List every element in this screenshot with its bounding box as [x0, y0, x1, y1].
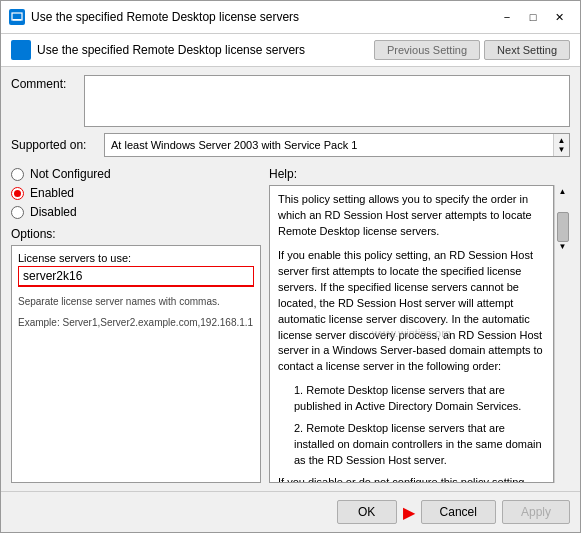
- svg-rect-0: [12, 13, 22, 20]
- supported-value: At least Windows Server 2003 with Servic…: [104, 133, 570, 157]
- help-panel: Help: This policy setting allows you to …: [269, 167, 570, 483]
- arrow-indicator: ▶: [403, 503, 415, 522]
- license-servers-section: License servers to use:: [18, 252, 254, 287]
- apply-button[interactable]: Apply: [502, 500, 570, 524]
- top-header-buttons: Previous Setting Next Setting: [374, 40, 570, 60]
- radio-disabled-circle[interactable]: [11, 206, 24, 219]
- license-servers-label: License servers to use:: [18, 252, 254, 264]
- help-para2: If you enable this policy setting, an RD…: [278, 248, 545, 376]
- supported-on-label: Supported on:: [11, 138, 96, 152]
- radio-disabled-label: Disabled: [30, 205, 77, 219]
- footer: OK ▶ Cancel Apply: [1, 491, 580, 532]
- comment-textarea[interactable]: [84, 75, 570, 127]
- radio-disabled[interactable]: Disabled: [11, 205, 261, 219]
- scroll-thumb[interactable]: [557, 212, 569, 242]
- help-point2: 2. Remote Desktop license servers that a…: [294, 421, 545, 469]
- scroll-down-icon: ▼: [559, 242, 567, 251]
- next-setting-button[interactable]: Next Setting: [484, 40, 570, 60]
- close-button[interactable]: ✕: [546, 7, 572, 27]
- scroll-down-arrow: ▼: [558, 145, 566, 154]
- help-box: This policy setting allows you to specif…: [269, 185, 554, 483]
- top-header: Use the specified Remote Desktop license…: [1, 34, 580, 67]
- comment-label: Comment:: [11, 75, 76, 91]
- help-para3: If you disable or do not configure this …: [278, 475, 545, 483]
- main-window: Use the specified Remote Desktop license…: [0, 0, 581, 533]
- top-header-title: Use the specified Remote Desktop license…: [37, 43, 305, 57]
- svg-rect-1: [13, 19, 21, 21]
- help-scrollbar[interactable]: ▲ ▼: [554, 185, 570, 483]
- radio-enabled[interactable]: Enabled: [11, 186, 261, 200]
- cancel-button[interactable]: Cancel: [421, 500, 496, 524]
- left-column: Not Configured Enabled Disabled: [11, 167, 261, 483]
- title-bar-text: Use the specified Remote Desktop license…: [31, 10, 488, 24]
- bottom-area: Not Configured Enabled Disabled: [11, 167, 570, 483]
- supported-scrollbar: ▲ ▼: [553, 134, 569, 156]
- supported-value-text: At least Windows Server 2003 with Servic…: [111, 139, 563, 151]
- radio-group: Not Configured Enabled Disabled: [11, 167, 261, 219]
- radio-enabled-circle[interactable]: [11, 187, 24, 200]
- separate-note: Separate license server names with comma…: [18, 295, 254, 308]
- radio-not-configured[interactable]: Not Configured: [11, 167, 261, 181]
- help-text: This policy setting allows you to specif…: [278, 192, 545, 483]
- previous-setting-button[interactable]: Previous Setting: [374, 40, 480, 60]
- radio-not-configured-circle[interactable]: [11, 168, 24, 181]
- license-input[interactable]: [18, 266, 254, 287]
- main-content: Comment: Supported on: At least Windows …: [1, 67, 580, 491]
- help-label: Help:: [269, 167, 570, 181]
- maximize-button[interactable]: □: [520, 7, 546, 27]
- top-header-left: Use the specified Remote Desktop license…: [11, 40, 305, 60]
- title-bar-icon: [9, 9, 25, 25]
- options-section: Options: License servers to use: Separat…: [11, 227, 261, 483]
- options-box: License servers to use: Separate license…: [11, 245, 261, 483]
- radio-not-configured-label: Not Configured: [30, 167, 111, 181]
- help-para1: This policy setting allows you to specif…: [278, 192, 545, 240]
- help-point1: 1. Remote Desktop license servers that a…: [294, 383, 545, 415]
- ok-button[interactable]: OK: [337, 500, 397, 524]
- minimize-button[interactable]: −: [494, 7, 520, 27]
- example-note: Example: Server1,Server2.example.com,192…: [18, 316, 254, 329]
- comment-row: Comment:: [11, 75, 570, 127]
- supported-row: Supported on: At least Windows Server 20…: [11, 133, 570, 157]
- radio-enabled-dot: [14, 190, 21, 197]
- radio-enabled-label: Enabled: [30, 186, 74, 200]
- title-bar: Use the specified Remote Desktop license…: [1, 1, 580, 34]
- title-bar-controls: − □ ✕: [494, 7, 572, 27]
- policy-icon: [11, 40, 31, 60]
- scroll-up-arrow: ▲: [558, 136, 566, 145]
- help-box-wrapper: This policy setting allows you to specif…: [269, 185, 570, 483]
- scroll-up-icon: ▲: [559, 187, 567, 196]
- options-label: Options:: [11, 227, 261, 241]
